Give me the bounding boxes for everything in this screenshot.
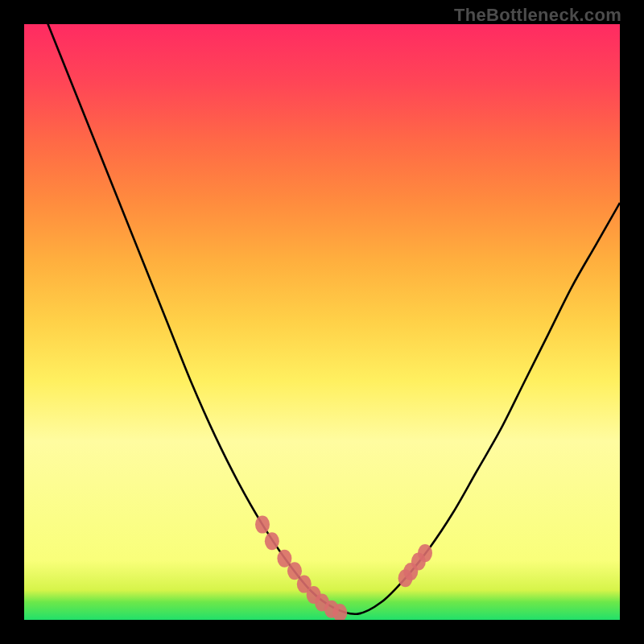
plot-area — [24, 24, 620, 620]
chart-frame: TheBottleneck.com — [0, 0, 644, 644]
watermark-text: TheBottleneck.com — [454, 5, 621, 26]
markers-left — [255, 516, 347, 620]
marker-layer — [24, 24, 620, 620]
marker-dot — [418, 544, 432, 562]
marker-dot — [265, 532, 279, 550]
markers-right — [398, 544, 432, 587]
marker-dot — [255, 516, 270, 534]
